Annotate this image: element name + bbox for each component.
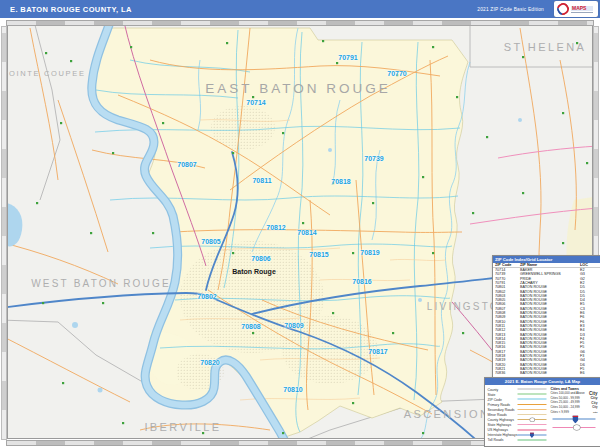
zip-label-70817[interactable]: 70817: [368, 348, 387, 355]
zip-label-70791[interactable]: 70791: [338, 54, 357, 61]
top-ruler: [6, 20, 594, 26]
zip-label-70815[interactable]: 70815: [309, 251, 328, 258]
legend-title: 2021 E. Baton Rouge County, LA Map: [485, 378, 600, 385]
zip-label-70818[interactable]: 70818: [331, 178, 350, 185]
logo-fineprint: [571, 12, 593, 13]
left-ruler: [1, 26, 7, 440]
table-row[interactable]: 70836BATON ROUGEE6: [493, 371, 600, 375]
legend-line-sample: [517, 414, 546, 415]
zip-label-70812[interactable]: 70812: [266, 224, 285, 231]
publisher-logo[interactable]: MAPS: [554, 1, 598, 17]
zip-label-70809[interactable]: 70809: [284, 322, 303, 329]
legend-line-sample: [517, 419, 546, 420]
zip-label-70811[interactable]: 70811: [252, 177, 271, 184]
legend-line-sample: [517, 434, 546, 435]
us-route-shield-icon: [573, 424, 581, 430]
zip-label-70806[interactable]: 70806: [251, 255, 270, 262]
zip-label-70814[interactable]: 70814: [297, 229, 316, 236]
interstate-shield-sample: [550, 415, 597, 423]
city-label: Baton Rouge: [232, 268, 276, 275]
zip-label-70820[interactable]: 70820: [200, 359, 219, 366]
zip-label-70810[interactable]: 70810: [283, 386, 302, 393]
map-page: { "header": { "title": "E. BATON ROUGE C…: [0, 0, 600, 447]
interstate-shield-icon: [572, 415, 578, 423]
us-route-shield-sample: [550, 423, 597, 431]
legend-city-items: Cities 100,000 and AboveCityCities 50,00…: [550, 391, 597, 414]
parish-label-st-helena: ST HELENA: [504, 41, 587, 53]
legend-line-sample: [517, 399, 546, 400]
zip-index-table[interactable]: ZIP Code Index/Grid Locator ZIP Code ZIP…: [492, 255, 600, 380]
zip-label-70808[interactable]: 70808: [241, 323, 260, 330]
zip-label-70714[interactable]: 70714: [246, 99, 265, 106]
parish-label-ascension: ASCENSION: [404, 408, 491, 420]
zip-label-70739[interactable]: 70739: [364, 155, 383, 162]
zip-label-70819[interactable]: 70819: [360, 249, 379, 256]
legend-line-sample: [517, 389, 546, 390]
legend-city-item: Cities < 9,999City: [550, 409, 597, 414]
legend-line-sample: [517, 409, 546, 410]
zip-label-70802[interactable]: 70802: [197, 293, 216, 300]
legend-line-sample: [517, 424, 546, 425]
map-legend[interactable]: 2021 E. Baton Rouge County, LA Map Count…: [484, 377, 600, 447]
parish-label-iberville: IBERVILLE: [144, 421, 221, 433]
parish-label-pointe-coupee: POINTE COUPEE: [2, 69, 85, 78]
legend-line-sample: [517, 429, 546, 430]
legend-line-items: CountyStateZIP CodePrimary RoadsSecondar…: [488, 387, 547, 443]
county-name-label: EAST BATON ROUGE: [205, 81, 390, 96]
page-title: E. BATON ROUGE COUNTY, LA: [10, 5, 132, 14]
zip-label-70770[interactable]: 70770: [387, 70, 406, 77]
legend-item-toll-roads: Toll Roads: [488, 437, 547, 442]
parish-label-west-baton-rouge: WEST BATON ROUGE: [31, 278, 171, 289]
zip-label-70805[interactable]: 70805: [201, 238, 220, 245]
zip-label-70807[interactable]: 70807: [177, 161, 196, 168]
zip-label-70816[interactable]: 70816: [352, 278, 371, 285]
legend-line-sample: [517, 404, 546, 405]
edition-label: 2021 ZIP Code Basic Edition: [477, 7, 544, 12]
title-bar: E. BATON ROUGE COUNTY, LA 2021 ZIP Code …: [0, 0, 600, 18]
logo-brand-text: MAPS: [571, 6, 593, 11]
legend-line-sample: [517, 439, 546, 440]
legend-line-sample: [517, 394, 546, 395]
logo-swirl-icon: [555, 1, 572, 18]
